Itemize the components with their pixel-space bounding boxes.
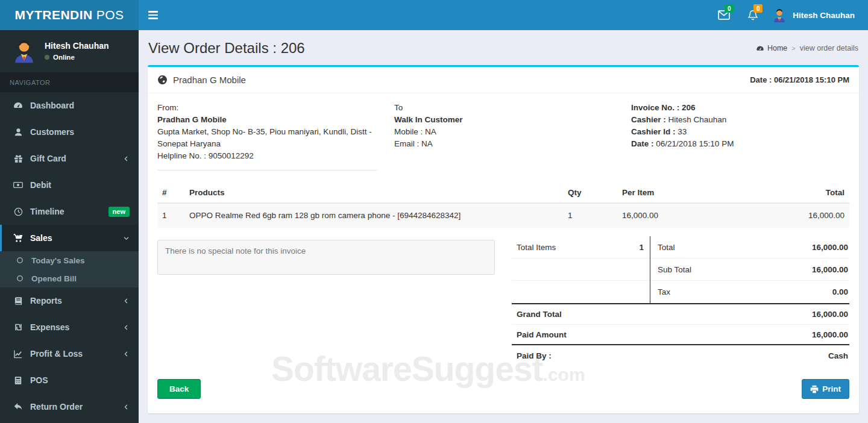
- invoice-header-date: Date : 06/21/2018 15:10 PM: [750, 75, 849, 84]
- sidebar-item-label: Sales: [30, 233, 52, 243]
- invoice-meta-block: Invoice No. : 206 Cashier : Hitesh Chauh…: [631, 102, 849, 171]
- store-name: Pradhan G Mobile: [173, 75, 246, 85]
- logo-bold-text: MYTRENDIN: [14, 8, 92, 22]
- from-address: Gupta Market, Shop No- B-35, Piou maniya…: [157, 126, 394, 150]
- row-sno: 1: [157, 203, 184, 228]
- store-name-row: Pradhan G Mobile: [157, 75, 246, 85]
- table-row: 1 OPPO Realme Red 6gb ram 128 gb rom cam…: [157, 203, 849, 228]
- app-logo[interactable]: MYTRENDIN POS: [0, 0, 139, 30]
- breadcrumb-home[interactable]: Home: [756, 44, 787, 52]
- messages-count-badge: 0: [725, 4, 734, 13]
- sidebar-item-sales[interactable]: Sales: [0, 225, 139, 251]
- sidebar: Hitesh Chauhan Online NAVIGATOR Dashboar…: [0, 30, 139, 423]
- book-icon: [11, 296, 25, 306]
- notifications-count-badge: 0: [753, 4, 763, 13]
- chevron-left-icon: [123, 298, 130, 304]
- gift-icon: [11, 154, 25, 163]
- sidebar-item-label: Profit & Loss: [30, 349, 83, 359]
- logo-light-text: POS: [96, 8, 124, 22]
- cart-icon: [11, 233, 25, 243]
- invoice-date-line: Date : 06/21/2018 15:10 PM: [631, 138, 849, 150]
- breadcrumb: Home > view order details: [756, 44, 858, 52]
- sidebar-item-pos[interactable]: POS: [0, 367, 139, 393]
- invoice-card-header: Pradhan G Mobile Date : 06/21/2018 15:10…: [148, 67, 859, 93]
- sidebar-item-label: Customers: [30, 127, 74, 137]
- chevron-left-icon: [123, 351, 130, 357]
- money-icon: [11, 181, 25, 189]
- to-email: Email : NA: [394, 138, 631, 150]
- sidebar-item-opened-bill[interactable]: Opened Bill: [0, 269, 139, 287]
- sidebar-item-gift-card[interactable]: Gift Card: [0, 145, 139, 172]
- sidebar-user-panel: Hitesh Chauhan Online: [0, 30, 139, 72]
- sidebar-user-name: Hitesh Chauhan: [45, 41, 109, 51]
- total-items-label: Total Items: [517, 243, 556, 252]
- circle-icon: [13, 257, 27, 264]
- from-helpline: Helpline No. : 9050012292: [157, 150, 394, 162]
- navbar-right: 0 0 Hitesh Chauhan: [714, 0, 868, 30]
- page-header: View Order Details : 206 Home > view ord…: [139, 30, 868, 65]
- to-mobile: Mobile : NA: [394, 126, 631, 138]
- sidebar-item-debit[interactable]: Debit: [0, 172, 139, 198]
- sidebar-item-customers[interactable]: Customers: [0, 119, 139, 145]
- dashboard-icon: [11, 101, 25, 110]
- sidebar-item-return-order[interactable]: Return Order: [0, 393, 139, 420]
- topbar: MYTRENDIN POS 0 0 Hitesh Chauhan: [0, 0, 868, 30]
- sidebar-item-reports[interactable]: Reports: [0, 287, 139, 314]
- from-name: Pradhan G Mobile: [157, 114, 394, 126]
- action-buttons: Back Print: [157, 379, 849, 399]
- user-name: Hitesh Chauhan: [793, 11, 855, 20]
- navbar: 0 0 Hitesh Chauhan: [139, 0, 868, 30]
- chevron-down-icon: [123, 235, 130, 242]
- sidebar-item-label: Timeline: [30, 207, 64, 216]
- col-header-total: Total: [714, 183, 849, 203]
- col-header-products: Products: [184, 183, 563, 203]
- messages-button[interactable]: 0: [714, 0, 734, 30]
- sidebar-item-timeline[interactable]: Timeline new: [0, 198, 139, 225]
- avatar: [11, 37, 37, 64]
- main-content: View Order Details : 206 Home > view ord…: [139, 30, 868, 423]
- tax-row: Tax 0.00: [650, 281, 849, 303]
- products-table: # Products Qty Per Item Total 1 OPPO Rea…: [157, 183, 849, 228]
- user-icon: [11, 128, 25, 137]
- line-chart-icon: [11, 349, 25, 359]
- address-row: From: Pradhan G Mobile Gupta Market, Sho…: [157, 102, 849, 171]
- user-menu[interactable]: Hitesh Chauhan: [772, 7, 855, 23]
- sidebar-item-profit-loss[interactable]: Profit & Loss: [0, 340, 139, 367]
- sidebar-item-label: Debit: [30, 180, 51, 190]
- subtotals-column: Total 16,000.00 Sub Total 16,000.00 Tax …: [650, 236, 849, 303]
- sidebar-item-todays-sales[interactable]: Today's Sales: [0, 251, 139, 269]
- back-button[interactable]: Back: [157, 379, 201, 399]
- print-button[interactable]: Print: [802, 379, 849, 399]
- sidebar-item-dashboard[interactable]: Dashboard: [0, 92, 139, 119]
- from-label: From:: [157, 102, 394, 114]
- sidebar-item-expenses[interactable]: Expenses: [0, 314, 139, 340]
- order-details-card: SoftwareSuggest.com Pradhan G Mobile Dat…: [148, 65, 859, 413]
- col-header-qty: Qty: [563, 183, 617, 203]
- globe-icon: [157, 75, 168, 85]
- sidebar-toggle-icon[interactable]: [148, 0, 172, 30]
- sidebar-item-label: Today's Sales: [31, 256, 85, 265]
- invoice-card-body: From: Pradhan G Mobile Gupta Market, Sho…: [148, 93, 859, 399]
- products-table-header: # Products Qty Per Item Total: [157, 183, 849, 203]
- total-items-column: Total Items 1: [512, 236, 650, 303]
- row-peritem: 16,000.00: [617, 203, 714, 228]
- clock-icon: [11, 207, 25, 216]
- total-items-row: Total Items 1: [512, 236, 650, 258]
- breadcrumb-separator: >: [791, 45, 795, 52]
- grand-total-row: Grand Total 16,000.00: [512, 304, 849, 325]
- invoice-number: Invoice No. : 206: [631, 102, 849, 114]
- avatar: [772, 7, 787, 23]
- sales-submenu: Today's Sales Opened Bill: [0, 251, 139, 287]
- online-status-label: Online: [53, 54, 75, 61]
- online-status-dot: [45, 55, 49, 60]
- row-total: 16,000.00: [714, 203, 849, 228]
- total-items-value: 1: [639, 243, 644, 252]
- to-name: Walk In Customer: [394, 114, 631, 126]
- row-product: OPPO Realme Red 6gb ram 128 gb rom camer…: [184, 203, 563, 228]
- cashier-line: Cashier : Hitesh Chauhan: [631, 114, 849, 126]
- notifications-button[interactable]: 0: [743, 0, 763, 30]
- new-badge: new: [108, 207, 130, 217]
- breadcrumb-current: view order details: [800, 44, 858, 52]
- chevron-left-icon: [123, 155, 130, 162]
- cashier-id-line: Cashier Id : 33: [631, 126, 849, 138]
